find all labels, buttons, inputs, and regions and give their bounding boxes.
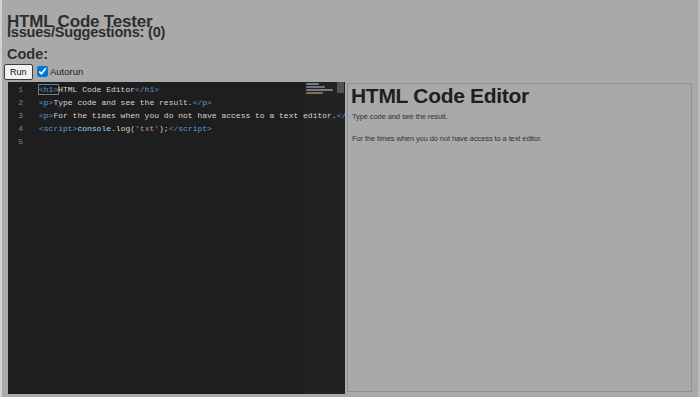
line-number: 2 [8, 96, 23, 109]
code-token: <script> [39, 124, 77, 133]
line-number: 3 [8, 109, 23, 122]
code-line[interactable]: 1<h1>HTML Code Editor</h1> [8, 83, 345, 96]
run-button[interactable]: Run [4, 64, 33, 80]
code-token: </script> [169, 124, 212, 133]
code-lines[interactable]: 1<h1>HTML Code Editor</h1>2<p>Type code … [8, 82, 345, 148]
preview-heading: HTML Code Editor [351, 84, 529, 108]
minimap-line [306, 86, 325, 88]
code-token: <h1> [39, 85, 58, 94]
minimap-line [306, 83, 319, 85]
code-token: </h1> [135, 85, 159, 94]
code-token: console [77, 124, 111, 133]
autorun-toggle[interactable]: Autorun [37, 66, 83, 77]
line-number: 4 [8, 122, 23, 135]
minimap-line [306, 92, 323, 94]
window-left-edge [0, 0, 2, 397]
code-token: </p> [337, 111, 345, 120]
code-token: For the times when you do not have acces… [53, 111, 336, 120]
code-token: <p> [39, 98, 53, 107]
preview-pane: HTML Code Editor Type code and see the r… [347, 83, 692, 392]
code-token: </p> [193, 98, 212, 107]
minimap[interactable] [305, 83, 337, 95]
code-line[interactable]: 5 [8, 135, 345, 148]
code-section-label: Code: [7, 46, 48, 62]
code-line[interactable]: 2<p>Type code and see the result.</p> [8, 96, 345, 109]
issues-suggestions-count: Issues/Suggestions: (0) [7, 24, 165, 40]
code-token: log [116, 124, 130, 133]
code-token: HTML Code Editor [58, 85, 135, 94]
code-token: Type code and see the result. [53, 98, 192, 107]
editor-scrollbar-thumb[interactable] [337, 82, 344, 93]
minimap-line [306, 89, 333, 91]
code-token: 'txt' [135, 124, 159, 133]
code-line[interactable]: 3<p>For the times when you do not have a… [8, 109, 345, 122]
autorun-checkbox[interactable] [37, 66, 48, 77]
code-line[interactable]: 4<script>console.log('txt');</script> [8, 122, 345, 135]
app-window: HTML Code Tester Issues/Suggestions: (0)… [0, 0, 700, 397]
preview-paragraph: Type code and see the result. [352, 112, 448, 121]
line-number: 5 [8, 135, 23, 148]
code-token: ); [159, 124, 169, 133]
preview-paragraph: For the times when you do not have acces… [352, 134, 542, 143]
line-number: 1 [8, 83, 23, 96]
code-token: <p> [39, 111, 53, 120]
code-editor[interactable]: 1<h1>HTML Code Editor</h1>2<p>Type code … [8, 82, 345, 394]
autorun-label: Autorun [50, 66, 83, 77]
